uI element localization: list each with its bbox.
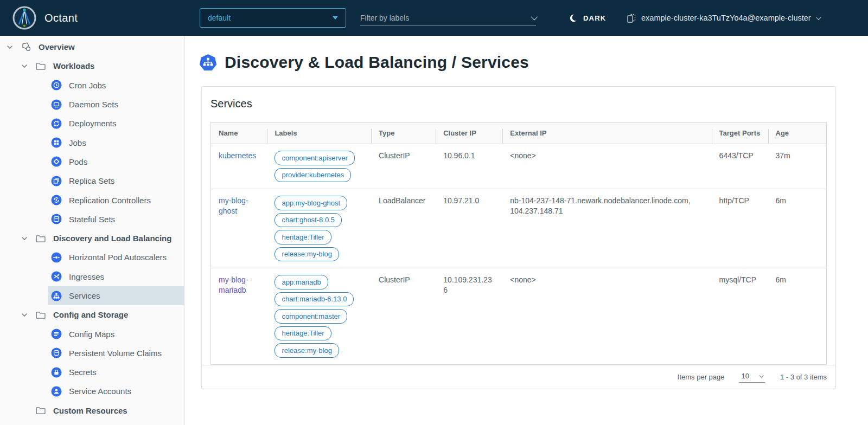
sidebar-item-label: Config and Storage [53, 310, 128, 319]
objects-icon [21, 42, 31, 53]
sidebar-item-stateful-sets[interactable]: Stateful Sets [0, 210, 184, 229]
card-title: Services [210, 98, 827, 110]
chevron-down-icon[interactable] [20, 235, 29, 242]
column-header-type: Type [371, 123, 436, 144]
service-type-cell: ClusterIP [371, 268, 436, 365]
label-filter [360, 10, 536, 26]
sidebar-item-label: Overview [39, 42, 75, 51]
sidebar-item-secrets[interactable]: Secrets [0, 363, 184, 382]
sidebar-item-label: Replica Sets [69, 176, 114, 185]
cluster-context-switcher[interactable]: example-cluster-ka3TuTzYo4a@example-clus… [626, 0, 820, 36]
sidebar-item-label: Replication Controllers [69, 196, 151, 205]
sidebar-item-horizontal-pod-autoscalers[interactable]: Horizontal Pod Autoscalers [0, 248, 184, 267]
sidebar-item-persistent-volume-claims[interactable]: Persistent Volume Claims [0, 344, 184, 363]
sidebar-item-custom-resources[interactable]: Custom Resources [0, 401, 184, 420]
pvc-icon [51, 347, 62, 358]
sidebar-item-label: Daemon Sets [69, 100, 118, 109]
service-name-link[interactable]: my-blog-ghost [219, 196, 248, 215]
namespace-select[interactable]: default [200, 8, 346, 28]
sidebar-item-label: Ingresses [69, 272, 104, 281]
sidebar-item-label: Custom Resources [53, 406, 127, 415]
items-per-page-value: 10 [742, 372, 749, 380]
cluster-ip-cell: 10.109.231.236 [436, 268, 502, 365]
page-title: Discovery & Load Balancing / Services [225, 53, 529, 72]
sidebar-item-config-and-storage[interactable]: Config and Storage [0, 305, 184, 324]
sidebar-nav: OverviewWorkloadsCron JobsDaemon SetsDep… [0, 36, 184, 425]
chevron-down-icon[interactable] [20, 311, 29, 319]
services-page-icon [200, 54, 216, 71]
sidebar-item-label: Horizontal Pod Autoscalers [69, 253, 167, 262]
label-pill[interactable]: app:mariadb [275, 275, 328, 289]
sidebar-item-service-accounts[interactable]: Service Accounts [0, 382, 184, 401]
label-pill[interactable]: provider:kubernetes [275, 168, 351, 183]
sidebar-item-label: Discovery and Load Balancing [53, 234, 171, 243]
external-ip-cell: nb-104-237-148-71.newark.nodebalancer.li… [502, 189, 711, 268]
target-ports-cell: 6443/TCP [712, 144, 768, 189]
cron-jobs-icon [51, 80, 62, 91]
table-header-row: NameLabelsTypeCluster IPExternal IPTarge… [211, 123, 827, 144]
sidebar-item-label: Pods [69, 157, 87, 166]
filter-chevron-down-icon[interactable] [531, 14, 538, 21]
items-per-page-select[interactable]: 10 [739, 371, 765, 383]
sidebar-item-deployments[interactable]: Deployments [0, 114, 184, 133]
replication-controllers-icon [51, 195, 62, 205]
sidebar-item-ingresses[interactable]: Ingresses [0, 267, 184, 286]
service-type-cell: LoadBalancer [371, 189, 436, 268]
cluster-context-label: example-cluster-ka3TuTzYo4a@example-clus… [641, 14, 811, 22]
age-cell: 6m [768, 268, 827, 365]
sidebar-item-jobs[interactable]: Jobs [0, 133, 184, 152]
dark-theme-toggle[interactable]: DARK [569, 0, 606, 36]
sidebar-item-label: Service Accounts [69, 387, 131, 396]
label-pill[interactable]: release:my-blog [275, 247, 339, 262]
sidebar-item-label: Services [69, 291, 100, 300]
age-cell: 37m [768, 144, 827, 189]
moon-icon [569, 13, 579, 23]
label-pill[interactable]: app:my-blog-ghost [275, 196, 347, 210]
replica-sets-icon [51, 176, 62, 186]
label-pill[interactable]: chart:ghost-8.0.5 [275, 213, 342, 228]
sidebar-item-pods[interactable]: Pods [0, 152, 184, 171]
sidebar-item-services[interactable]: Services [0, 286, 184, 305]
pods-icon [51, 156, 62, 167]
sidebar-item-replica-sets[interactable]: Replica Sets [0, 171, 184, 190]
jobs-icon [51, 137, 62, 148]
sidebar-item-label: Persistent Volume Claims [69, 349, 162, 358]
daemon-sets-icon [51, 99, 62, 110]
folder-icon [35, 233, 46, 244]
label-pill[interactable]: chart:mariadb-6.13.0 [275, 292, 354, 307]
cluster-ip-cell: 10.97.21.0 [436, 189, 502, 268]
deployments-icon [51, 118, 62, 129]
service-name-link[interactable]: kubernetes [219, 151, 256, 160]
table-pagination: Items per page 10 1 - 3 of 3 items [202, 365, 835, 389]
sidebar-item-workloads[interactable]: Workloads [0, 56, 184, 75]
sidebar-item-label: Workloads [53, 61, 94, 70]
service-name-link[interactable]: my-blog-mariadb [219, 275, 248, 294]
cluster-chevron-down-icon [816, 15, 821, 20]
sidebar-item-discovery-and-load-balancing[interactable]: Discovery and Load Balancing [0, 229, 184, 248]
service-accounts-icon [51, 386, 62, 397]
label-filter-input[interactable] [360, 14, 531, 22]
services-card: Services NameLabelsTypeCluster IPExterna… [201, 86, 836, 389]
service-type-cell: ClusterIP [371, 144, 436, 189]
label-pill[interactable]: release:my-blog [275, 343, 339, 358]
chevron-down-icon[interactable] [20, 62, 29, 70]
sidebar-item-config-maps[interactable]: Config Maps [0, 324, 184, 343]
label-pill[interactable]: heritage:Tiller [275, 326, 331, 341]
label-pill[interactable]: heritage:Tiller [275, 230, 331, 244]
label-pill[interactable]: component:master [275, 309, 347, 324]
ingresses-icon [51, 271, 62, 282]
sidebar-item-label: Cron Jobs [69, 81, 106, 90]
label-pill[interactable]: component:apiserver [275, 151, 354, 165]
sidebar-item-label: Jobs [69, 138, 86, 147]
sidebar-item-cron-jobs[interactable]: Cron Jobs [0, 76, 184, 95]
cluster-icon [626, 13, 636, 23]
column-header-cluster-ip: Cluster IP [436, 123, 502, 144]
page-header: Discovery & Load Balancing / Services [200, 53, 868, 72]
column-header-target-ports: Target Ports [712, 123, 768, 144]
target-ports-cell: mysql/TCP [712, 268, 768, 365]
chevron-down-icon[interactable] [5, 43, 14, 51]
sidebar-item-replication-controllers[interactable]: Replication Controllers [0, 190, 184, 209]
sidebar-item-daemon-sets[interactable]: Daemon Sets [0, 95, 184, 114]
folder-icon [35, 61, 46, 72]
sidebar-item-overview[interactable]: Overview [0, 37, 184, 56]
